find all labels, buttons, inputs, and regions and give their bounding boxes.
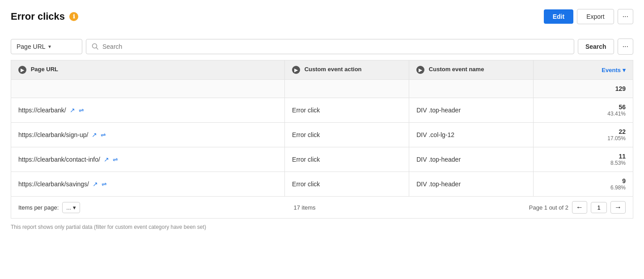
- events-count: 9: [541, 177, 626, 185]
- edit-button[interactable]: Edit: [544, 9, 573, 24]
- events-pct: 43.41%: [541, 111, 626, 117]
- url-cell-content: https://clearbank/savings/ ↗ ⇌: [18, 180, 277, 188]
- total-events-cell: 129: [534, 80, 633, 98]
- table-footer: Items per page: ... ▾ 17 items Page 1 ou…: [11, 197, 633, 219]
- row-2-action-cell: Error click: [285, 147, 409, 172]
- search-container: [86, 39, 574, 54]
- total-event-name-cell: [409, 80, 534, 98]
- items-per-page-label: Items per page:: [18, 204, 59, 211]
- th-custom-event-name: ▶ Custom event name: [409, 60, 534, 80]
- row-2-events-cell: 11 8.53%: [534, 147, 633, 172]
- toolbar-more-button[interactable]: ···: [618, 39, 633, 55]
- row-3-action-cell: Error click: [285, 172, 409, 197]
- table-row: https://clearbank/contact-info/ ↗ ⇌ Erro…: [11, 147, 633, 172]
- url-text: https://clearbank/savings/: [18, 180, 89, 188]
- header-actions: Edit Export ···: [544, 9, 633, 24]
- row-3-name-cell: DIV .top-header: [409, 172, 534, 197]
- filter-url-icon[interactable]: ⇌: [101, 131, 106, 138]
- row-3-events-cell: 9 6.98%: [534, 172, 633, 197]
- row-2-name-cell: DIV .top-header: [409, 147, 534, 172]
- table-row: https://clearbank/ ↗ ⇌ Error click DIV .…: [11, 98, 633, 123]
- events-pct: 8.53%: [541, 160, 626, 166]
- data-table: ▶ Page URL ▶ Custom event action ▶ Custo…: [11, 60, 633, 197]
- url-cell-content: https://clearbank/contact-info/ ↗ ⇌: [18, 156, 277, 163]
- chevron-down-icon: ▾: [48, 43, 51, 50]
- search-icon: [92, 43, 99, 50]
- external-link-icon[interactable]: ↗: [70, 107, 75, 114]
- events-sort-header[interactable]: Events ▾: [541, 67, 626, 73]
- page-container: Error clicks ℹ Edit Export ··· Page URL …: [0, 0, 644, 279]
- row-1-events-cell: 22 17.05%: [534, 123, 633, 147]
- filter-url-icon[interactable]: ⇌: [79, 107, 84, 114]
- header-row: Error clicks ℹ Edit Export ···: [11, 9, 633, 24]
- events-pct: 6.98%: [541, 185, 626, 191]
- total-event-action-cell: [285, 80, 409, 98]
- url-text: https://clearbank/sign-up/: [18, 131, 88, 138]
- filter-url-icon[interactable]: ⇌: [113, 156, 118, 163]
- search-input[interactable]: [102, 43, 568, 50]
- next-page-button[interactable]: →: [610, 201, 626, 214]
- page-number-input[interactable]: [591, 202, 607, 213]
- page-title: Error clicks: [11, 11, 65, 22]
- external-link-icon[interactable]: ↗: [92, 131, 97, 138]
- row-1-action-cell: Error click: [285, 123, 409, 147]
- th-page-url: ▶ Page URL: [11, 60, 285, 80]
- events-count: 56: [541, 103, 626, 111]
- total-events-count: 129: [541, 85, 626, 92]
- th-custom-event-action: ▶ Custom event action: [285, 60, 409, 80]
- row-0-action-cell: Error click: [285, 98, 409, 123]
- url-text: https://clearbank/contact-info/: [18, 156, 100, 163]
- title-group: Error clicks ℹ: [11, 11, 78, 22]
- toolbar-row: Page URL ▾ Search ···: [11, 33, 633, 60]
- th-event-name-icon: ▶: [416, 66, 424, 74]
- total-page-url-cell: [11, 80, 285, 98]
- th-event-action-icon: ▶: [292, 66, 300, 74]
- row-0-events-cell: 56 43.41%: [534, 98, 633, 123]
- pagination-info: Page 1 out of 2: [529, 204, 568, 211]
- th-page-url-icon: ▶: [18, 66, 26, 74]
- total-items-label: 17 items: [293, 204, 315, 211]
- row-3-url-cell: https://clearbank/savings/ ↗ ⇌: [11, 172, 285, 197]
- filter-url-icon[interactable]: ⇌: [102, 180, 107, 188]
- external-link-icon[interactable]: ↗: [93, 180, 98, 188]
- row-1-name-cell: DIV .col-lg-12: [409, 123, 534, 147]
- search-button[interactable]: Search: [578, 39, 614, 54]
- pagination-controls: Page 1 out of 2 ← →: [529, 201, 626, 214]
- info-icon[interactable]: ℹ: [69, 12, 78, 21]
- url-cell-content: https://clearbank/ ↗ ⇌: [18, 107, 277, 114]
- sort-desc-icon: ▾: [623, 67, 626, 73]
- items-per-page-group: Items per page: ... ▾: [18, 202, 80, 213]
- row-0-name-cell: DIV .top-header: [409, 98, 534, 123]
- row-0-url-cell: https://clearbank/ ↗ ⇌: [11, 98, 285, 123]
- total-row: 129: [11, 80, 633, 98]
- items-per-page-value: ...: [66, 204, 71, 211]
- events-count: 11: [541, 153, 626, 160]
- header-more-button[interactable]: ···: [618, 9, 633, 24]
- events-pct: 17.05%: [541, 135, 626, 142]
- filter-label: Page URL: [17, 43, 46, 50]
- items-per-page-dropdown[interactable]: ... ▾: [62, 202, 80, 213]
- events-count: 22: [541, 128, 626, 135]
- table-header-row: ▶ Page URL ▶ Custom event action ▶ Custo…: [11, 60, 633, 80]
- th-events[interactable]: Events ▾: [534, 60, 633, 80]
- table-row: https://clearbank/savings/ ↗ ⇌ Error cli…: [11, 172, 633, 197]
- filter-dropdown[interactable]: Page URL ▾: [11, 39, 82, 54]
- url-cell-content: https://clearbank/sign-up/ ↗ ⇌: [18, 131, 277, 138]
- external-link-icon[interactable]: ↗: [104, 156, 109, 163]
- row-1-url-cell: https://clearbank/sign-up/ ↗ ⇌: [11, 123, 285, 147]
- prev-page-button[interactable]: ←: [572, 201, 587, 214]
- partial-data-note: This report shows only partial data (fil…: [11, 219, 633, 232]
- row-2-url-cell: https://clearbank/contact-info/ ↗ ⇌: [11, 147, 285, 172]
- export-button[interactable]: Export: [577, 9, 614, 24]
- svg-line-1: [97, 48, 98, 50]
- url-text: https://clearbank/: [18, 107, 66, 114]
- table-row: https://clearbank/sign-up/ ↗ ⇌ Error cli…: [11, 123, 633, 147]
- items-dropdown-chevron: ▾: [73, 204, 76, 211]
